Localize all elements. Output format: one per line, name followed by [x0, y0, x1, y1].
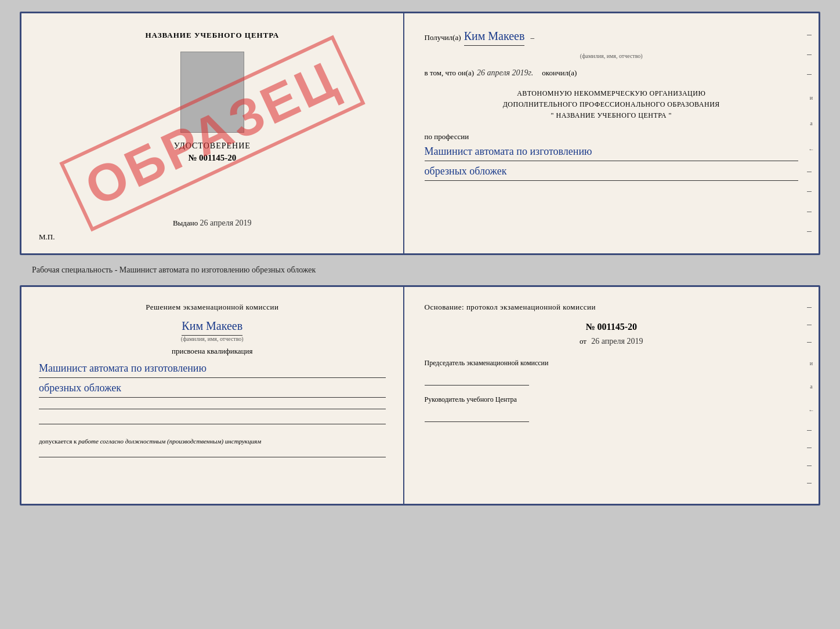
bind-1 — [807, 307, 812, 308]
ind-1 — [807, 35, 812, 35]
ot-label: от — [580, 337, 586, 346]
bind-7 — [807, 483, 812, 483]
ind-2 — [807, 54, 812, 55]
org-line2: ДОПОЛНИТЕЛЬНОГО ПРОФЕССИОНАЛЬНОГО ОБРАЗО… — [425, 99, 798, 110]
top-document: НАЗВАНИЕ УЧЕБНОГО ЦЕНТРА УДОСТОВЕРЕНИЕ №… — [20, 12, 820, 255]
rukovoditel-label: Руководитель учебного Центра — [425, 394, 798, 405]
bottom-doc-right: Основание: протокол экзаменационной коми… — [404, 287, 819, 504]
predsedatel-label: Председатель экзаменационной комиссии — [425, 358, 798, 368]
kvali-line2: обрезных обложек — [39, 380, 386, 398]
ind-7 — [807, 231, 812, 232]
bind-6 — [807, 466, 812, 466]
predsedatel-sig-line — [425, 371, 529, 386]
bind-2 — [807, 325, 812, 325]
komissia-fio-sub: (фамилия, имя, отчество) — [39, 336, 386, 342]
org-block: АВТОНОМНУЮ НЕКОММЕРЧЕСКУЮ ОРГАНИЗАЦИЮ ДО… — [425, 88, 798, 122]
komissia-name: Ким Макеев — [182, 318, 242, 336]
poluchil-name: Ким Макеев — [464, 28, 525, 46]
vydano-label: Выдано — [173, 219, 198, 227]
bottom-doc-left: Решением экзаменационной комиссии Ким Ма… — [21, 287, 404, 504]
bind-4 — [807, 430, 812, 431]
mp-line: М.П. — [39, 232, 55, 242]
bottom-document: Решением экзаменационной комиссии Ким Ма… — [20, 285, 820, 506]
profession-line1: Машинист автомата по изготовлению — [425, 144, 798, 161]
protokol-date-row: от 26 апреля 2019 — [425, 337, 798, 346]
profession-line2: обрезных обложек — [425, 163, 798, 181]
poluchil-row: Получил(а) Ким Макеев – — [425, 28, 798, 46]
udostoverenie-title: УДОСТОВЕРЕНИЕ — [174, 141, 251, 151]
bind-i: и — [807, 360, 816, 366]
rukovoditel-sig-line — [425, 408, 529, 422]
vtom-date: 26 апреля 2019г. — [477, 68, 533, 78]
dopusk-label: допускается к — [39, 438, 77, 445]
side-indicators: и а ← — [807, 25, 816, 242]
between-text: Рабочая специальность - Машинист автомат… — [12, 266, 316, 275]
ind-i: и — [807, 94, 816, 101]
top-doc-left: НАЗВАНИЕ УЧЕБНОГО ЦЕНТРА УДОСТОВЕРЕНИЕ №… — [21, 13, 404, 253]
ind-6 — [807, 212, 812, 212]
blank-line-3 — [39, 446, 386, 457]
ind-3 — [807, 74, 812, 75]
photo-placeholder — [180, 52, 244, 133]
org-line3: " НАЗВАНИЕ УЧЕБНОГО ЦЕНТРА " — [425, 110, 798, 121]
center-name-top: НАЗВАНИЕ УЧЕБНОГО ЦЕНТРА — [145, 31, 279, 40]
dash-poluchil: – — [530, 33, 534, 42]
bind-5 — [807, 448, 812, 448]
vtom-label: в том, что он(а) — [425, 68, 475, 78]
okonchil-label: окончил(а) — [542, 68, 577, 78]
prisvoena-label: присвоена квалификация — [39, 347, 386, 356]
komissia-title: Решением экзаменационной комиссии — [39, 301, 386, 313]
vydano-line: Выдано 26 апреля 2019 — [173, 213, 252, 228]
komissia-name-block: Ким Макеев — [39, 318, 386, 336]
bottom-side-indicators: и а ← — [807, 299, 816, 492]
blank-line-1 — [39, 398, 386, 409]
protokol-number: № 001145-20 — [425, 322, 798, 332]
poluchil-label: Получил(а) — [425, 33, 461, 42]
fio-sub-top: (фамилия, имя, отчество) — [425, 53, 798, 59]
ind-5 — [807, 191, 812, 192]
bind-a: а — [807, 383, 816, 390]
org-line1: АВТОНОМНУЮ НЕКОММЕРЧЕСКУЮ ОРГАНИЗАЦИЮ — [425, 88, 798, 99]
dopusk-value: работе согласно должностным (производств… — [78, 438, 261, 445]
vydano-date: 26 апреля 2019 — [200, 219, 251, 227]
blank-line-2 — [39, 413, 386, 424]
dopuskaetsya-text: допускается к работе согласно должностны… — [39, 437, 386, 446]
kvali-line1: Машинист автомата по изготовлению — [39, 361, 386, 378]
ind-arrow: ← — [807, 146, 816, 152]
osnov-title: Основание: протокол экзаменационной коми… — [425, 301, 798, 313]
top-doc-right: Получил(а) Ким Макеев – (фамилия, имя, о… — [404, 13, 819, 253]
ind-a: а — [807, 120, 816, 126]
vtom-row: в том, что он(а) 26 апреля 2019г. окончи… — [425, 68, 798, 78]
profession-label: по профессии — [425, 132, 798, 141]
protokol-date: 26 апреля 2019 — [591, 337, 643, 346]
ind-4 — [807, 172, 812, 172]
bind-3 — [807, 342, 812, 343]
udostoverenie-number: № 001145-20 — [188, 153, 236, 163]
bind-arrow: ← — [807, 407, 816, 413]
